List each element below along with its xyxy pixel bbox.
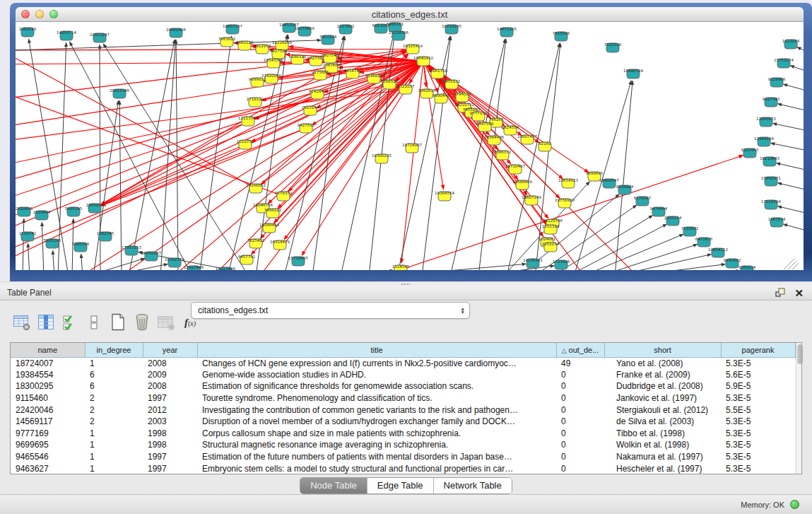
table-cell[interactable]: 1998 [143,428,197,440]
table-cell[interactable]: Dudbridge et al. (2008) [604,380,721,392]
table-cell[interactable]: 0 [556,404,604,416]
table-cell[interactable]: 18724007 [11,357,85,369]
table-cell[interactable]: 22420046 [11,404,85,416]
table-cell[interactable]: 1 [85,451,143,463]
table-row[interactable]: 946362711997Embryonic stem cells: a mode… [11,462,795,474]
table-cell[interactable]: 5.9E-5 [721,380,795,392]
table-scrollbar-thumb[interactable] [797,344,803,364]
tab-edge-table[interactable]: Edge Table [367,478,434,493]
table-cell[interactable]: 1997 [143,451,197,463]
table-cell[interactable]: 5.3E-5 [721,392,795,404]
table-cell[interactable]: 9699695 [11,439,85,451]
table-cell[interactable]: 2012 [143,404,197,416]
table-cell[interactable]: 19384554 [11,369,85,381]
table-cell[interactable]: Genome-wide association studies in ADHD. [197,369,556,381]
table-row[interactable]: 911546021997Tourette syndrome. Phenomeno… [11,392,795,404]
table-cell[interactable]: 9777169 [11,428,85,440]
table-cell[interactable]: Hescheler et al. (1997) [604,462,721,474]
table-cell[interactable]: 5.3E-5 [721,416,795,428]
table-cell[interactable]: 0 [556,416,604,428]
table-cell[interactable]: 2 [85,416,143,428]
table-cell[interactable]: Estimation of the future numbers of pati… [197,451,556,463]
table-row[interactable]: 1456911722003Disruption of a novel membe… [11,416,795,428]
table-select-dropdown[interactable]: citations_edges.txt ▲▼ [191,302,470,319]
table-cell[interactable]: 5.3E-5 [721,462,795,474]
table-cell[interactable]: 0 [556,451,604,463]
table-cell[interactable]: 1 [85,428,143,440]
column-header-in_degree[interactable]: in_degree [85,343,143,357]
network-window-titlebar[interactable]: citations_edges.txt [16,7,804,22]
column-header-out_de[interactable]: △out_de... [556,343,604,357]
table-cell[interactable]: 1998 [143,439,197,451]
resize-grip-icon[interactable] [784,259,799,269]
table-cell[interactable]: Tibbo et al. (1998) [604,428,721,440]
deselect-all-icon[interactable] [83,313,105,332]
table-cell[interactable]: 2 [85,392,143,404]
delete-table-icon[interactable] [131,313,153,332]
table-cell[interactable]: 5.3E-5 [721,357,795,369]
table-cell[interactable]: Tourette syndrome. Phenomenology and cla… [197,392,556,404]
float-panel-icon[interactable] [775,288,786,298]
table-cell[interactable]: 2009 [143,369,197,381]
table-cell[interactable]: 9463627 [11,462,85,474]
table-cell[interactable]: 6 [85,380,143,392]
minimize-window-icon[interactable] [35,10,44,18]
column-header-name[interactable]: name [11,343,85,357]
table-cell[interactable]: Jankovic et al. (1997) [604,392,721,404]
table-cell[interactable]: Nakamura et al. (1997) [604,451,721,463]
table-cell[interactable]: 2 [85,404,143,416]
new-table-icon[interactable] [107,313,129,332]
table-cell[interactable]: de Silva et al. (2003) [604,416,721,428]
network-view-frame[interactable]: citations_edges.txt 20620191405571410553… [10,3,812,281]
table-row[interactable]: 1872400712008Changes of HCN gene express… [11,357,795,369]
table-row[interactable]: 946554611997Estimation of the future num… [11,451,795,463]
table-row[interactable]: 1938455462009Genome-wide association stu… [11,369,795,381]
table-cell[interactable]: 1997 [143,462,197,474]
table-cell[interactable]: Stergiakouli et al. (2012) [604,404,721,416]
table-cell[interactable]: Yano et al. (2008) [604,357,721,369]
close-panel-icon[interactable]: ✕ [794,288,804,298]
column-header-title[interactable]: title [197,343,556,357]
column-header-pagerank[interactable]: pagerank [721,343,795,357]
table-cell[interactable]: 5.3E-5 [721,439,795,451]
table-cell[interactable]: 1997 [143,392,197,404]
table-cell[interactable]: Structural magnetic resonance image aver… [197,439,556,451]
tab-node-table[interactable]: Node Table [300,478,367,493]
network-canvas[interactable]: 2062019140557141055324720691406188371971… [16,22,804,270]
table-cell[interactable]: 1 [85,357,143,369]
table-cell[interactable]: 9115460 [11,392,85,404]
table-scrollbar[interactable] [796,343,802,474]
column-header-short[interactable]: short [604,343,721,357]
table-cell[interactable]: 49 [556,357,604,369]
table-row[interactable]: 1830029562008Estimation of significance … [11,380,795,392]
table-row[interactable]: 969969511998Structural magnetic resonanc… [11,439,795,451]
table-cell[interactable]: 6 [85,369,143,381]
table-row[interactable]: 977716911998Corpus callosum shape and si… [11,428,795,440]
citation-network-graph[interactable]: 2062019140557141055324720691406188371971… [16,22,804,270]
table-cell[interactable]: Franke et al. (2009) [604,369,721,381]
table-cell[interactable]: Changes of HCN gene expression and I(f) … [197,357,556,369]
select-column-icon[interactable] [35,313,57,332]
table-cell[interactable]: 0 [556,380,604,392]
table-row[interactable]: 2242004622012Investigating the contribut… [11,404,795,416]
table-cell[interactable]: 2008 [143,357,197,369]
node-table-header[interactable]: namein_degreeyeartitle△out_de...shortpag… [11,343,795,357]
table-cell[interactable]: 9465546 [11,451,85,463]
table-cell[interactable]: 0 [556,439,604,451]
table-cell[interactable]: 14569117 [11,416,85,428]
table-cell[interactable]: 5.3E-5 [721,451,795,463]
table-cell[interactable]: Investigating the contribution of common… [197,404,556,416]
table-cell[interactable]: 0 [556,369,604,381]
table-cell[interactable]: Estimation of significance thresholds fo… [197,380,556,392]
node-table[interactable]: namein_degreeyeartitle△out_de...shortpag… [11,343,796,474]
table-settings-icon[interactable] [11,313,33,332]
table-cell[interactable]: 5.3E-5 [721,428,795,440]
table-cell[interactable]: 5.5E-5 [721,404,795,416]
table-cell[interactable]: 2003 [143,416,197,428]
table-cell[interactable]: 18300295 [11,380,85,392]
table-cell[interactable]: 5.6E-5 [721,369,795,381]
table-cell[interactable]: 0 [556,428,604,440]
table-cell[interactable]: Wolkin et al. (1998) [604,439,721,451]
column-header-year[interactable]: year [143,343,197,357]
table-cell[interactable]: 0 [556,392,604,404]
